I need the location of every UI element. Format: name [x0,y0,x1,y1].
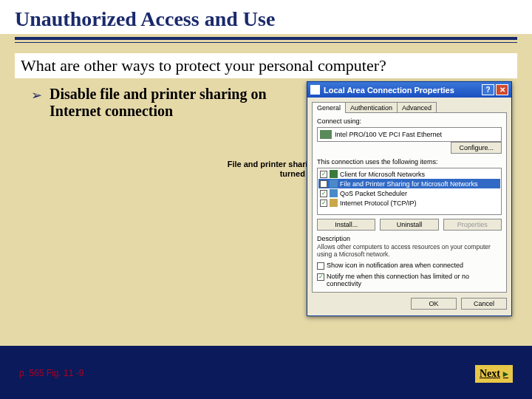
show-icon-row[interactable]: Show icon in notification area when conn… [317,262,502,270]
checkbox-icon[interactable] [320,180,327,188]
client-icon [330,170,338,178]
close-button[interactable]: ✕ [496,84,508,95]
next-label: Next [480,368,500,380]
description-text: Allows other computers to access resourc… [317,244,502,259]
share-icon [330,180,338,188]
item-buttons: Install... Uninstall Properties [317,219,502,231]
item-label: Client for Microsoft Networks [340,171,425,178]
configure-button[interactable]: Configure... [451,142,502,154]
notify-row[interactable]: ✓ Notify me when this connection has lim… [317,273,502,287]
item-label: Internet Protocol (TCP/IP) [340,200,417,207]
show-icon-label: Show icon in notification area when conn… [327,262,463,269]
bullet-block: ➢ Disable file and printer sharing on In… [15,78,281,120]
adapter-name: Intel PRO/100 VE PCI Fast Ethernet [335,131,442,138]
tab-authentication[interactable]: Authentication [345,102,398,113]
dialog-footer: OK Cancel [307,298,511,316]
items-group: This connection uses the following items… [317,158,502,231]
list-item[interactable]: ✓ QoS Packet Scheduler [318,188,500,198]
next-button[interactable]: Next ▸ [475,365,513,383]
connect-using-group: Connect using: Intel PRO/100 VE PCI Fast… [317,117,502,154]
properties-button[interactable]: Properties [443,219,502,231]
list-item[interactable]: ✓ Client for Microsoft Networks [318,169,500,179]
content-area: ➢ Disable file and printer sharing on In… [15,78,517,120]
tcpip-icon [330,199,338,207]
checkbox-icon[interactable] [317,262,324,270]
chevron-icon: ➢ [31,87,42,120]
ok-button[interactable]: OK [411,298,457,310]
callout-label: File and printer sharing turned off [207,160,318,178]
tab-general[interactable]: General [312,102,346,113]
description-label: Description [317,235,502,242]
description-group: Description Allows other computers to ac… [317,235,502,259]
dialog-tabs: General Authentication Advanced [312,102,507,113]
adapter-icon [320,130,332,139]
item-label: QoS Packet Scheduler [340,190,407,197]
title-underline [15,37,517,43]
install-button[interactable]: Install... [317,219,375,231]
checkbox-icon[interactable]: ✓ [317,273,324,281]
dialog-titlebar[interactable]: Local Area Connection Properties ? ✕ [307,82,511,98]
items-label: This connection uses the following items… [317,158,502,166]
list-item[interactable]: File and Printer Sharing for Microsoft N… [318,179,500,188]
items-listbox[interactable]: ✓ Client for Microsoft Networks File and… [317,168,502,215]
title-bar: Unauthorized Access and Use [0,0,532,34]
bullet-text: Disable file and printer sharing on Inte… [50,86,281,120]
dialog-title: Local Area Connection Properties [324,86,454,95]
checkbox-icon[interactable]: ✓ [320,200,327,207]
item-label: File and Printer Sharing for Microsoft N… [340,180,478,188]
list-item[interactable]: ✓ Internet Protocol (TCP/IP) [318,198,500,208]
cancel-button[interactable]: Cancel [461,298,507,310]
notify-label: Notify me when this connection has limit… [327,273,502,287]
question-row: What are other ways to protect your pers… [15,53,517,78]
arrow-right-icon: ▸ [503,368,508,380]
tab-advanced[interactable]: Advanced [397,102,437,113]
adapter-row: Intel PRO/100 VE PCI Fast Ethernet [317,127,502,142]
page-reference: p. 565 Fig. 11 -9 [19,368,83,378]
help-button[interactable]: ? [482,84,494,95]
checkbox-icon[interactable]: ✓ [320,190,327,197]
qos-icon [330,189,338,197]
properties-dialog: Local Area Connection Properties ? ✕ Gen… [307,81,512,316]
question-text: What are other ways to protect your pers… [21,56,386,75]
slide-title: Unauthorized Access and Use [15,7,517,31]
uninstall-button[interactable]: Uninstall [380,219,438,231]
checkbox-icon[interactable]: ✓ [320,171,327,178]
connection-icon [310,85,320,95]
dialog-body: Connect using: Intel PRO/100 VE PCI Fast… [312,112,507,293]
connect-using-label: Connect using: [317,117,502,125]
